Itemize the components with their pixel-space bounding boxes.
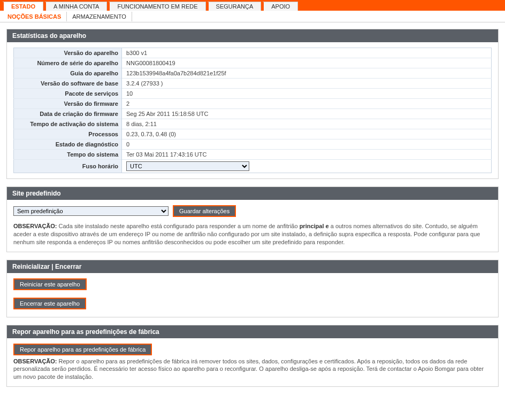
save-changes-button[interactable]: Guardar alterações [173,205,236,217]
default-site-panel: Site predefinido Sem predefinição Guarda… [6,186,499,252]
stats-label: Guia do aparelho [14,68,122,79]
stats-row: Tempo do sistemaTer 03 Mai 2011 17:43:16… [14,150,492,160]
stats-row-timezone: Fuso horárioUTC [14,160,492,173]
main-tab-bar: ESTADOA MINHA CONTAFUNCIONAMENTO EM REDE… [0,0,505,11]
stats-value: 0.23, 0.73, 0.48 (0) [122,129,492,139]
restart-appliance-button[interactable]: Reiniciar este aparelho [13,278,87,290]
stats-label: Fuso horário [14,160,122,173]
stats-row: Tempo de activação do sistema8 dias, 2:1… [14,119,492,129]
stats-label: Versão do firmware [14,99,122,109]
stats-label: Versão do aparelho [14,48,122,58]
default-site-header: Site predefinido [7,187,498,200]
stats-value: NNG00081800419 [122,58,492,68]
sub-tab-noções-básicas[interactable]: NOÇÕES BÁSICAS [2,12,67,21]
note-bold: principal e [300,223,329,229]
stats-value: Ter 03 Mai 2011 17:43:16 UTC [122,150,492,160]
note-text-a: Cada site instalado neste aparelho está … [57,223,300,229]
main-tab-funcionamento-em-rede[interactable]: FUNCIONAMENTO EM REDE [108,2,205,11]
restart-header: Reinicializar | Encerrar [7,260,498,273]
factory-reset-button[interactable]: Repor aparelho para as predefinições de … [13,344,152,355]
stats-value: 8 dias, 2:11 [122,119,492,129]
stats-row: Pacote de serviços10 [14,89,492,99]
shutdown-appliance-button[interactable]: Encerrar este aparelho [13,298,86,309]
restart-panel: Reinicializar | Encerrar Reiniciar este … [6,260,499,317]
stats-row: Número de série do aparelhoNNG0008180041… [14,58,492,68]
stats-label: Tempo de activação do sistema [14,119,122,129]
stats-row: Processos0.23, 0.73, 0.48 (0) [14,129,492,139]
stats-label: Versão do software de base [14,79,122,89]
stats-panel: Estatísticas do aparelho Versão do apare… [6,29,499,179]
note-prefix: OBSERVAÇÃO: [13,223,57,229]
stats-row: Versão do aparelhob300 v1 [14,48,492,58]
stats-value: 10 [122,89,492,99]
main-tab-estado[interactable]: ESTADO [2,2,43,11]
stats-value: 123b1539948a4fa0a7b284d821e1f25f [122,68,492,79]
factory-reset-body: Repor aparelho para as predefinições de … [7,338,498,387]
default-site-select[interactable]: Sem predefinição [13,206,169,216]
reset-note-text: Repor o aparelho para as predefinições d… [13,358,484,380]
stats-value: UTC [122,160,492,173]
content-area: Estatísticas do aparelho Versão do apare… [0,22,505,401]
main-tab-segurança[interactable]: SEGURANÇA [207,2,262,11]
stats-value: Seg 25 Abr 2011 15:18:58 UTC [122,109,492,119]
sub-tab-bar: NOÇÕES BÁSICASARMAZENAMENTO [0,11,505,22]
stats-value: 3.2.4 (27933 ) [122,79,492,89]
default-site-body: Sem predefinição Guardar alterações OBSE… [7,200,498,252]
stats-value: 0 [122,139,492,150]
reset-note-prefix: OBSERVAÇÃO: [13,358,57,364]
stats-panel-header: Estatísticas do aparelho [7,29,498,42]
stats-row: Versão do firmware2 [14,99,492,109]
stats-row: Guia do aparelho123b1539948a4fa0a7b284d8… [14,68,492,79]
stats-value: b300 v1 [122,48,492,58]
timezone-select[interactable]: UTC [126,161,249,171]
stats-row: Data de criação do firmwareSeg 25 Abr 20… [14,109,492,119]
stats-label: Pacote de serviços [14,89,122,99]
stats-label: Número de série do aparelho [14,58,122,68]
stats-row: Versão do software de base3.2.4 (27933 ) [14,79,492,89]
factory-reset-note: OBSERVAÇÃO: Repor o aparelho para as pre… [13,357,492,382]
stats-table: Versão do aparelhob300 v1Número de série… [13,48,492,173]
main-tab-a-minha-conta[interactable]: A MINHA CONTA [44,2,107,11]
stats-label: Data de criação do firmware [14,109,122,119]
default-site-note: OBSERVAÇÃO: Cada site instalado neste ap… [13,222,492,246]
factory-reset-header: Repor aparelho para as predefinições de … [7,325,498,338]
stats-label: Tempo do sistema [14,150,122,160]
stats-value: 2 [122,99,492,109]
sub-tab-armazenamento[interactable]: ARMAZENAMENTO [67,12,132,21]
factory-reset-panel: Repor aparelho para as predefinições de … [6,325,499,387]
restart-body: Reiniciar este aparelho Encerrar este ap… [7,273,498,317]
main-tab-apoio[interactable]: APOIO [262,2,298,11]
stats-label: Estado de diagnóstico [14,139,122,150]
stats-row: Estado de diagnóstico0 [14,139,492,150]
stats-panel-body: Versão do aparelhob300 v1Número de série… [7,42,498,178]
stats-label: Processos [14,129,122,139]
